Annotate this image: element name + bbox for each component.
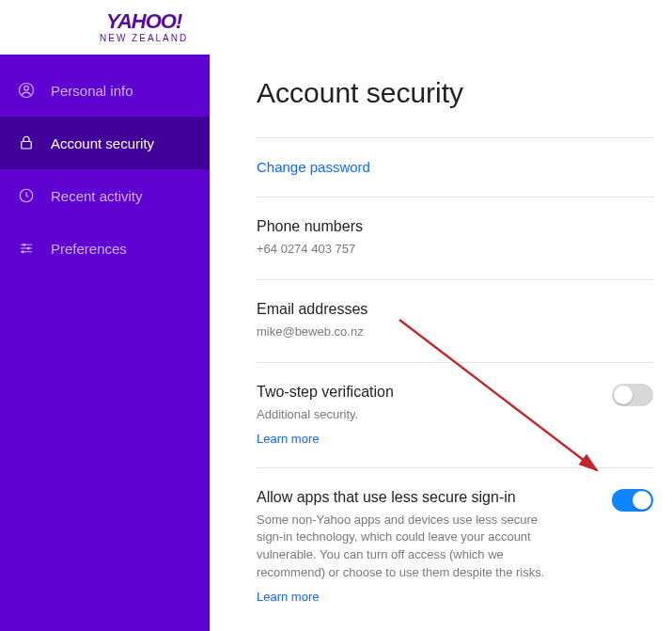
section-phone-numbers[interactable]: Phone numbers +64 0274 403 757 <box>257 197 653 279</box>
sidebar-item-label: Account security <box>51 135 154 151</box>
sidebar-item-label: Recent activity <box>51 188 143 204</box>
sliders-icon <box>17 239 36 258</box>
less-secure-learn-more-link[interactable]: Learn more <box>257 590 319 604</box>
less-secure-title: Allow apps that use less secure sign-in <box>257 489 653 506</box>
sidebar-item-preferences[interactable]: Preferences <box>0 222 210 275</box>
yahoo-logo[interactable]: YAHOO! NEW ZEALAND <box>100 11 188 43</box>
sidebar: Personal info Account security Recent ac… <box>0 55 210 631</box>
logo-region: NEW ZEALAND <box>100 33 188 43</box>
svg-point-1 <box>24 86 29 90</box>
header: YAHOO! NEW ZEALAND <box>0 0 672 55</box>
email-title: Email addresses <box>257 301 653 318</box>
sidebar-item-recent-activity[interactable]: Recent activity <box>0 169 210 222</box>
twostep-title: Two-step verification <box>257 384 653 401</box>
change-password-link[interactable]: Change password <box>257 159 370 175</box>
twostep-learn-more-link[interactable]: Learn more <box>257 432 319 446</box>
twostep-sub: Additional security. <box>257 406 567 424</box>
email-value: mike@beweb.co.nz <box>257 323 567 341</box>
section-less-secure-apps: Allow apps that use less secure sign-in … <box>257 467 653 625</box>
person-icon <box>17 81 36 100</box>
page-title: Account security <box>257 77 653 109</box>
logo-bang: ! <box>176 9 181 33</box>
phone-value: +64 0274 403 757 <box>257 241 567 259</box>
sidebar-item-label: Personal info <box>51 83 133 99</box>
twostep-toggle[interactable] <box>612 384 653 406</box>
section-two-step: Two-step verification Additional securit… <box>257 362 653 467</box>
main-content: Account security Change password Phone n… <box>210 55 672 631</box>
less-secure-toggle[interactable] <box>612 489 653 512</box>
logo-text: YAHOO <box>106 9 176 33</box>
svg-point-5 <box>27 247 30 250</box>
clock-icon <box>17 186 36 205</box>
sidebar-item-personal-info[interactable]: Personal info <box>0 64 210 117</box>
sidebar-item-label: Preferences <box>51 241 127 257</box>
svg-point-4 <box>23 244 25 246</box>
less-secure-sub: Some non-Yahoo apps and devices use less… <box>257 512 567 582</box>
section-change-password: Change password <box>257 137 653 197</box>
svg-point-6 <box>22 250 24 253</box>
toggle-knob <box>633 491 651 510</box>
lock-icon <box>17 134 36 152</box>
svg-rect-2 <box>22 142 32 150</box>
sidebar-item-account-security[interactable]: Account security <box>0 117 210 169</box>
toggle-knob <box>614 386 633 404</box>
section-email-addresses[interactable]: Email addresses mike@beweb.co.nz <box>257 279 653 362</box>
phone-title: Phone numbers <box>257 218 653 235</box>
